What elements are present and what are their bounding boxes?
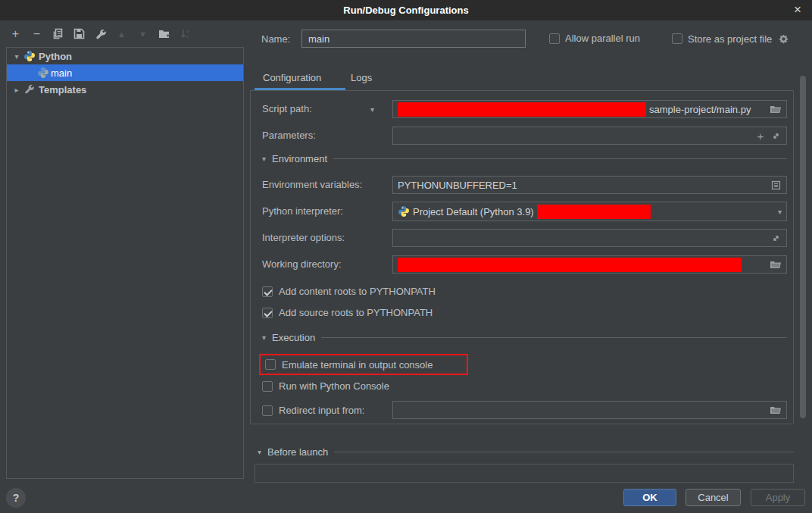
name-value: main — [308, 33, 329, 45]
remove-icon[interactable]: − — [30, 27, 43, 40]
add-macro-icon[interactable]: + — [754, 130, 767, 142]
name-input[interactable]: main — [301, 30, 526, 48]
allow-parallel-run-checkbox[interactable] — [549, 33, 560, 44]
configurations-toolbar: + − ▲ ▼ az — [9, 27, 192, 40]
tree-item-label: main — [51, 67, 72, 79]
ok-button[interactable]: OK — [623, 489, 676, 506]
environment-variables-value: PYTHONUNBUFFERED=1 — [398, 180, 517, 191]
dropdown-caret-icon[interactable]: ▾ — [778, 208, 782, 216]
before-launch-task-list[interactable] — [255, 464, 794, 483]
redaction-block — [398, 102, 646, 117]
section-divider — [334, 452, 794, 452]
python-logo-icon — [23, 50, 36, 62]
redirect-input-row[interactable]: Redirect input from: — [262, 405, 364, 416]
browse-folder-icon[interactable] — [770, 404, 782, 416]
redaction-block — [537, 205, 651, 219]
python-interpreter-value: Project Default (Python 3.9) — [413, 206, 534, 217]
section-divider — [321, 337, 787, 338]
script-path-label: Script path: — [262, 103, 312, 114]
environment-variables-field[interactable]: PYTHONUNBUFFERED=1 — [392, 176, 787, 194]
tab-logs[interactable]: Logs — [351, 72, 372, 83]
before-launch-section-header[interactable]: ▾ Before launch — [258, 446, 794, 458]
gear-icon[interactable] — [777, 33, 789, 45]
add-content-roots-checkbox[interactable] — [262, 286, 273, 297]
redirect-input-checkbox[interactable] — [262, 405, 273, 416]
tree-item-label: Python — [39, 51, 72, 62]
add-source-roots-row[interactable]: Add source roots to PYTHONPATH — [262, 307, 433, 318]
new-folder-icon[interactable] — [158, 27, 170, 40]
python-interpreter-dropdown[interactable]: Project Default (Python 3.9) ▾ — [392, 202, 787, 221]
tree-item-templates[interactable]: ▸ Templates — [7, 81, 243, 98]
collapse-triangle-icon[interactable]: ▾ — [262, 333, 266, 342]
configurations-tree: ▾ Python main ▸ Templates — [6, 47, 244, 479]
execution-section-title: Execution — [272, 332, 315, 343]
emulate-terminal-checkbox[interactable] — [265, 359, 276, 370]
working-directory-label: Working directory: — [262, 258, 342, 270]
move-up-icon[interactable]: ▲ — [115, 27, 128, 40]
close-icon[interactable]: × — [789, 2, 806, 18]
redirect-input-field[interactable] — [392, 401, 787, 419]
allow-parallel-run-checkbox-row[interactable]: Allow parallel run — [549, 33, 640, 44]
tree-item-main-selected[interactable]: main — [7, 64, 243, 81]
edit-templates-wrench-icon[interactable] — [94, 27, 107, 40]
chevron-right-icon[interactable]: ▸ — [11, 86, 22, 94]
browse-folder-icon[interactable] — [770, 258, 782, 271]
emulate-terminal-annotation-highlight: Emulate terminal in output console — [259, 354, 468, 375]
help-button[interactable]: ? — [6, 488, 26, 508]
python-interpreter-label: Python interpreter: — [262, 205, 343, 217]
python-logo-icon — [37, 67, 49, 79]
redaction-block — [398, 258, 742, 272]
dialog-title: Run/Debug Configurations — [343, 5, 468, 16]
save-icon[interactable] — [73, 27, 86, 40]
sort-alphabetically-icon[interactable]: az — [179, 27, 192, 40]
collapse-triangle-icon[interactable]: ▾ — [262, 155, 266, 163]
interpreter-options-label: Interpreter options: — [262, 232, 345, 243]
run-with-python-console-row[interactable]: Run with Python Console — [262, 380, 389, 392]
add-content-roots-label: Add content roots to PYTHONPATH — [279, 286, 436, 297]
run-with-python-console-label: Run with Python Console — [279, 380, 389, 392]
execution-section-header[interactable]: ▾ Execution — [262, 332, 787, 343]
apply-button[interactable]: Apply — [751, 489, 805, 506]
dialog-titlebar: Run/Debug Configurations — [0, 0, 812, 20]
expand-field-icon[interactable] — [770, 130, 782, 142]
add-source-roots-checkbox[interactable] — [262, 308, 273, 318]
tab-configuration[interactable]: Configuration — [263, 72, 321, 83]
emulate-terminal-label: Emulate terminal in output console — [282, 359, 433, 371]
templates-wrench-icon — [23, 83, 36, 95]
environment-section-title: Environment — [272, 153, 327, 164]
parameters-label: Parameters: — [262, 130, 316, 141]
cancel-button[interactable]: Cancel — [686, 489, 741, 506]
name-label: Name: — [261, 33, 290, 45]
environment-variables-label: Environment variables: — [262, 179, 362, 190]
vertical-scrollbar[interactable] — [800, 76, 806, 418]
working-directory-field[interactable] — [392, 255, 787, 274]
add-icon[interactable]: + — [9, 27, 22, 40]
interpreter-options-field[interactable] — [392, 229, 787, 247]
store-as-project-file-checkbox-row[interactable]: Store as project file — [672, 33, 789, 45]
environment-section-header[interactable]: ▾ Environment — [262, 153, 787, 164]
tree-item-python[interactable]: ▾ Python — [7, 48, 243, 64]
configuration-form-panel: Script path: ▾ sample-project/main.py Pa… — [250, 90, 794, 424]
store-as-project-file-label: Store as project file — [688, 33, 772, 45]
add-source-roots-label: Add source roots to PYTHONPATH — [279, 307, 433, 318]
svg-text:z: z — [186, 34, 189, 39]
expand-field-icon[interactable] — [770, 232, 782, 244]
svg-text:a: a — [186, 29, 189, 33]
edit-variables-list-icon[interactable] — [770, 179, 782, 191]
before-launch-section-title: Before launch — [267, 446, 328, 458]
script-path-target-caret-icon[interactable]: ▾ — [370, 105, 374, 114]
browse-folder-icon[interactable] — [770, 103, 782, 115]
script-path-value: sample-project/main.py — [649, 104, 751, 115]
script-path-field[interactable]: sample-project/main.py — [392, 100, 787, 118]
python-logo-icon — [398, 205, 410, 217]
chevron-down-icon[interactable]: ▾ — [11, 52, 22, 61]
copy-icon[interactable] — [52, 27, 64, 40]
parameters-field[interactable]: + — [392, 127, 787, 145]
collapse-triangle-icon[interactable]: ▾ — [258, 448, 261, 456]
allow-parallel-run-label: Allow parallel run — [565, 33, 640, 44]
move-down-icon[interactable]: ▼ — [136, 27, 149, 40]
add-content-roots-row[interactable]: Add content roots to PYTHONPATH — [262, 286, 436, 297]
run-with-python-console-checkbox[interactable] — [262, 381, 273, 392]
redirect-input-label: Redirect input from: — [279, 405, 364, 416]
store-as-project-file-checkbox[interactable] — [672, 33, 682, 44]
